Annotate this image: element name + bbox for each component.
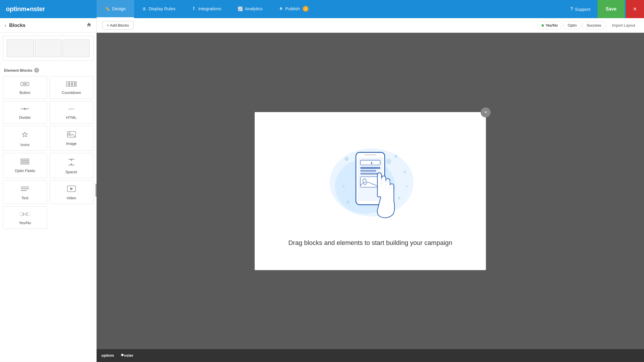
svg-point-36 [394,155,398,158]
display-rules-icon: 🖥 [142,6,146,11]
analytics-icon: 📈 [238,6,243,11]
html-block-label: HTML [66,115,76,120]
svg-text:</>: </> [68,107,74,111]
tab-optin[interactable]: Optin [563,21,581,29]
nav-tab-integrations-label: Integrations [198,6,221,11]
svg-point-30 [20,213,23,216]
support-button[interactable]: ? Support [564,0,596,18]
svg-marker-28 [70,187,73,190]
svg-point-0 [193,9,194,10]
svg-point-40 [398,197,400,199]
tab-success[interactable]: Success [582,21,605,29]
canvas-hint: Drag blocks and elements to start buildi… [288,239,452,247]
sidebar-back-button[interactable]: ‹ [5,23,6,28]
spacer-block-icon [67,158,76,167]
support-label: Support [575,7,590,12]
svg-text:0: 0 [67,83,68,85]
bottom-bar: optinm nster [97,349,644,362]
nav-tab-display-rules-label: Display Rules [149,6,176,11]
svg-point-37 [404,171,406,173]
svg-point-38 [342,185,345,188]
svg-point-14 [68,133,70,134]
block-item-countdown[interactable]: 0 0 0 Countdown [49,76,94,99]
svg-rect-46 [360,167,380,169]
layout-col-3 [63,40,90,57]
block-item-divider[interactable]: Divider [3,101,47,123]
svg-point-41 [406,185,408,187]
top-navigation: optinm●nster ✏️ Design 🖥 Display Rules I… [0,0,644,18]
svg-rect-51 [364,154,376,155]
layout-col-2 [35,40,62,57]
element-blocks-label: Element Blocks [4,68,32,73]
countdown-block-icon: 0 0 0 [66,81,77,88]
nav-tabs: ✏️ Design 🖥 Display Rules Integrations 📈… [97,0,564,18]
element-blocks-section-title: Element Blocks ? [3,66,93,75]
nav-tab-publish[interactable]: Publish 1 [271,0,317,18]
svg-rect-48 [360,173,379,174]
canvas-close-button[interactable]: × [481,107,491,117]
svg-text:optinm: optinm [101,353,114,358]
svg-rect-17 [21,163,29,164]
nav-tab-display-rules[interactable]: 🖥 Display Rules [134,0,184,18]
help-icon[interactable]: ? [34,68,39,73]
layout-col-1 [7,40,34,57]
layout-cols [7,40,90,57]
optin-fields-block-icon [20,158,30,166]
nav-tab-design-label: Design [112,6,126,11]
nav-tab-analytics[interactable]: 📈 Analytics [229,0,271,18]
block-item-optin-fields[interactable]: Optin Fields [3,153,47,178]
block-item-video[interactable]: Video [49,180,94,204]
video-block-icon [67,185,76,193]
svg-text:0: 0 [70,83,71,85]
logo-area: optinm●nster [0,5,97,13]
main-layout: ‹ Blocks Element Blocks ? [0,18,644,362]
add-blocks-button[interactable]: + Add Blocks [102,21,133,30]
svg-rect-9 [75,82,76,86]
nav-tab-design[interactable]: ✏️ Design [97,0,134,18]
tab-success-label: Success [587,23,601,28]
icons-block-label: Icons [20,143,30,147]
block-item-icons[interactable]: Icons [3,126,47,151]
yes-no-block-icon [19,211,31,218]
block-item-html[interactable]: </> HTML [49,101,94,123]
svg-rect-15 [21,159,29,160]
block-item-image[interactable]: Image [49,126,94,151]
svg-point-39 [346,200,350,204]
tab-yes-no[interactable]: Yes/No [537,21,562,29]
sidebar-home-button[interactable] [86,22,92,29]
sidebar-title: Blocks [9,23,25,28]
svg-point-42 [386,159,391,164]
sidebar-header: ‹ Blocks [0,18,96,33]
block-item-text[interactable]: Text [3,180,47,204]
divider-block-label: Divider [19,115,31,120]
layout-preview[interactable] [3,36,93,61]
tab-yes-no-label: Yes/No [546,23,558,28]
nav-tab-publish-label: Publish [285,6,300,11]
icons-block-icon [21,131,29,140]
svg-text:nster: nster [124,353,133,358]
divider-block-icon [20,106,30,113]
close-button[interactable]: × [626,0,644,18]
yes-no-block-label: Yes/No [19,221,31,225]
text-block-icon [20,185,30,193]
svg-point-53 [121,354,124,356]
block-item-yes-no[interactable]: Yes/No [3,206,47,229]
svg-rect-13 [67,131,76,137]
sidebar: ‹ Blocks Element Blocks ? [0,18,97,362]
svg-rect-47 [360,170,376,171]
bottom-logo: optinm nster [101,352,136,359]
canvas-area: × [97,33,644,349]
block-item-button[interactable]: Button [3,76,47,99]
nav-tab-integrations[interactable]: Integrations [184,0,229,18]
content-toolbar: + Add Blocks Yes/No Optin Success Import… [97,18,644,33]
integrations-icon [192,6,196,11]
campaign-canvas: × [255,112,486,270]
publish-icon [279,6,283,11]
import-layout-button[interactable]: Import Layout [609,22,638,29]
block-item-spacer[interactable]: Spacer [49,153,94,178]
svg-rect-16 [21,161,29,162]
tab-optin-label: Optin [568,23,577,28]
question-icon: ? [570,6,573,12]
svg-text:0: 0 [73,83,74,85]
save-button[interactable]: Save [597,0,625,18]
